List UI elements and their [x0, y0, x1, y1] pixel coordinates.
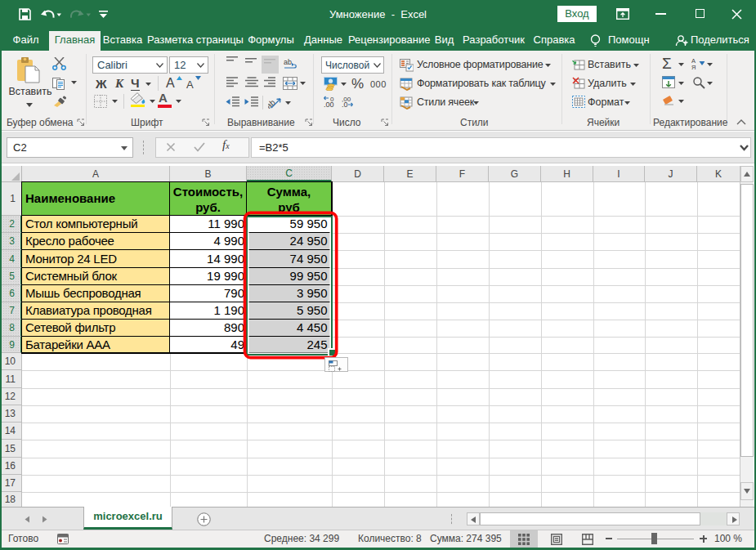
svg-text:Я: Я — [691, 64, 696, 70]
svg-text:0: 0 — [330, 96, 334, 103]
svg-text:,00: ,00 — [342, 96, 351, 103]
svg-text:ab: ab — [284, 58, 292, 66]
